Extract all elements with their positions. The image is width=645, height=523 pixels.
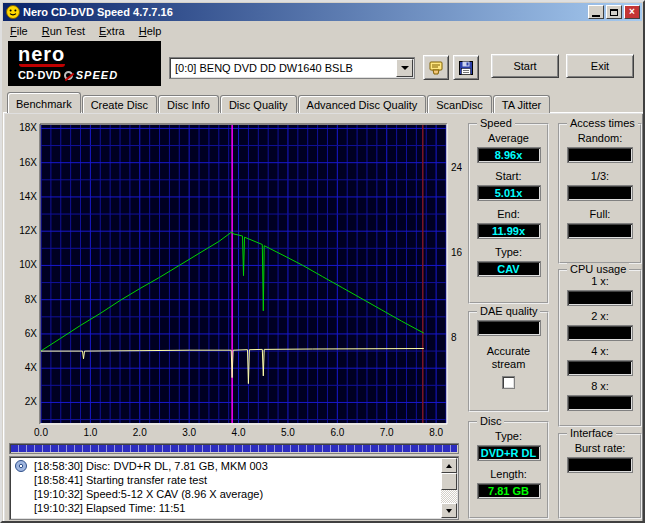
- progress-bar: [9, 443, 459, 454]
- speed-panel: Speed Average 8.96x Start: 5.01x End: 11…: [468, 123, 549, 304]
- log-line-text: [18:58:30] Disc: DVD+R DL, 7.81 GB, MKM …: [34, 460, 268, 472]
- tab-scandisc[interactable]: ScanDisc: [427, 95, 491, 113]
- svg-text:8.0: 8.0: [429, 427, 443, 438]
- save-button[interactable]: [453, 55, 479, 80]
- speed-start-value: 5.01x: [477, 185, 541, 201]
- nero-logo: nero CD·DVD SPEED: [8, 41, 161, 86]
- tab-disc-info[interactable]: Disc Info: [158, 95, 219, 113]
- cpu-8x-label: 8 x:: [591, 380, 609, 392]
- svg-text:2X: 2X: [25, 396, 38, 407]
- cpu-2x-value: [567, 325, 633, 341]
- close-button[interactable]: ×: [624, 5, 640, 19]
- dae-quality-title: DAE quality: [477, 305, 540, 317]
- disc-panel: Disc Type: DVD+R DL Length: 7.81 GB: [468, 421, 549, 519]
- app-icon: [6, 5, 20, 19]
- log-line: [19:10:32] Speed:5-12 X CAV (8.96 X aver…: [10, 487, 440, 501]
- access-times-panel: Access times Random: 1/3: Full:: [558, 123, 642, 264]
- burst-rate-value: [567, 457, 633, 473]
- drive-select-value: [0:0] BENQ DVD DD DW1640 BSLB: [175, 62, 396, 74]
- svg-text:4.0: 4.0: [232, 427, 246, 438]
- options-button[interactable]: [423, 55, 449, 80]
- tab-create-disc[interactable]: Create Disc: [82, 95, 157, 113]
- menu-file[interactable]: File: [3, 23, 35, 39]
- speed-end-label: End:: [497, 208, 520, 220]
- burst-rate-label: Burst rate:: [575, 442, 626, 454]
- interface-panel: Interface Burst rate:: [558, 433, 642, 519]
- menu-run-test[interactable]: Run Test: [35, 23, 92, 39]
- svg-text:1.0: 1.0: [83, 427, 97, 438]
- access-random-value: [567, 147, 633, 163]
- svg-text:16: 16: [451, 247, 462, 258]
- access-times-title: Access times: [567, 117, 638, 129]
- app-window: Nero CD-DVD Speed 4.7.7.16 × File Run Te…: [0, 0, 645, 523]
- cpu-4x-label: 4 x:: [591, 345, 609, 357]
- log-line-text: [19:10:32] Elapsed Time: 11:51: [34, 502, 185, 514]
- svg-text:18X: 18X: [19, 122, 37, 133]
- titlebar[interactable]: Nero CD-DVD Speed 4.7.7.16 ×: [3, 3, 642, 21]
- cpu-1x-label: 1 x:: [591, 275, 609, 287]
- menubar: File Run Test Extra Help: [3, 22, 642, 40]
- accurate-stream-label: Accurate stream: [481, 345, 537, 371]
- log-scrollbar[interactable]: [441, 458, 457, 518]
- maximize-button[interactable]: [606, 5, 622, 19]
- exit-button[interactable]: Exit: [566, 54, 634, 78]
- tab-disc-quality[interactable]: Disc Quality: [220, 95, 297, 113]
- scroll-up-button[interactable]: [441, 458, 457, 473]
- speed-panel-title: Speed: [477, 117, 515, 129]
- svg-text:8: 8: [451, 332, 457, 343]
- tab-bar: Benchmark Create Disc Disc Info Disc Qua…: [7, 92, 551, 113]
- svg-text:8X: 8X: [25, 294, 38, 305]
- svg-text:3.0: 3.0: [182, 427, 196, 438]
- svg-text:10X: 10X: [19, 259, 37, 270]
- disc-type-label: Type:: [495, 430, 522, 442]
- svg-text:6.0: 6.0: [330, 427, 344, 438]
- logo-product-line: CD·DVD SPEED: [18, 69, 161, 81]
- scrollbar-thumb[interactable]: [441, 473, 457, 490]
- dae-quality-panel: DAE quality Accurate stream: [468, 311, 549, 412]
- close-icon: ×: [629, 7, 635, 17]
- svg-text:5.0: 5.0: [281, 427, 295, 438]
- cpu-8x-value: [567, 395, 633, 411]
- speed-end-value: 11.99x: [477, 223, 541, 239]
- drive-select-dropdown-button[interactable]: [396, 59, 413, 77]
- svg-text:2.0: 2.0: [133, 427, 147, 438]
- speed-gauge-icon: [64, 71, 73, 80]
- speed-start-label: Start:: [495, 170, 521, 182]
- logo-cddvd-text: CD·DVD: [18, 69, 61, 81]
- scroll-down-button[interactable]: [441, 503, 457, 518]
- logo-speed-text: SPEED: [76, 69, 118, 81]
- log-line: [19:10:32] Elapsed Time: 11:51: [10, 501, 440, 515]
- start-button[interactable]: Start: [491, 54, 559, 78]
- tab-benchmark[interactable]: Benchmark: [7, 92, 81, 113]
- disc-length-label: Length:: [490, 468, 527, 480]
- accurate-stream-checkbox[interactable]: [502, 376, 515, 389]
- maximize-icon: [610, 9, 618, 16]
- svg-text:6X: 6X: [25, 328, 38, 339]
- interface-panel-title: Interface: [567, 427, 616, 439]
- cpu-4x-value: [567, 360, 633, 376]
- access-random-label: Random:: [578, 132, 623, 144]
- tab-advanced-disc-quality[interactable]: Advanced Disc Quality: [298, 95, 427, 113]
- log-line-text: [18:58:41] Starting transfer rate test: [34, 474, 207, 486]
- svg-text:7.0: 7.0: [380, 427, 394, 438]
- svg-text:12X: 12X: [19, 225, 37, 236]
- tab-ta-jitter[interactable]: TA Jitter: [493, 95, 551, 113]
- disc-icon: [15, 460, 27, 472]
- minimize-button[interactable]: [588, 5, 604, 19]
- window-title: Nero CD-DVD Speed 4.7.7.16: [23, 6, 586, 18]
- cpu-usage-title: CPU usage: [567, 263, 629, 275]
- hand-card-icon: [427, 59, 445, 77]
- scroll-up-icon: [446, 464, 452, 468]
- menu-extra[interactable]: Extra: [92, 23, 132, 39]
- drive-select[interactable]: [0:0] BENQ DVD DD DW1640 BSLB: [169, 57, 415, 79]
- minimize-icon: [592, 15, 600, 17]
- svg-text:0.0: 0.0: [34, 427, 48, 438]
- dae-quality-value: [477, 320, 541, 336]
- disc-type-value: DVD+R DL: [477, 445, 541, 461]
- disc-length-value: 7.81 GB: [477, 483, 541, 499]
- speed-type-value: CAV: [477, 261, 541, 277]
- log-panel[interactable]: [18:58:30] Disc: DVD+R DL, 7.81 GB, MKM …: [9, 456, 459, 520]
- menu-help[interactable]: Help: [132, 23, 169, 39]
- benchmark-chart: 18X16X14X12X10X8X6X4X2X0.01.02.03.04.05.…: [7, 117, 462, 440]
- svg-text:24: 24: [451, 162, 462, 173]
